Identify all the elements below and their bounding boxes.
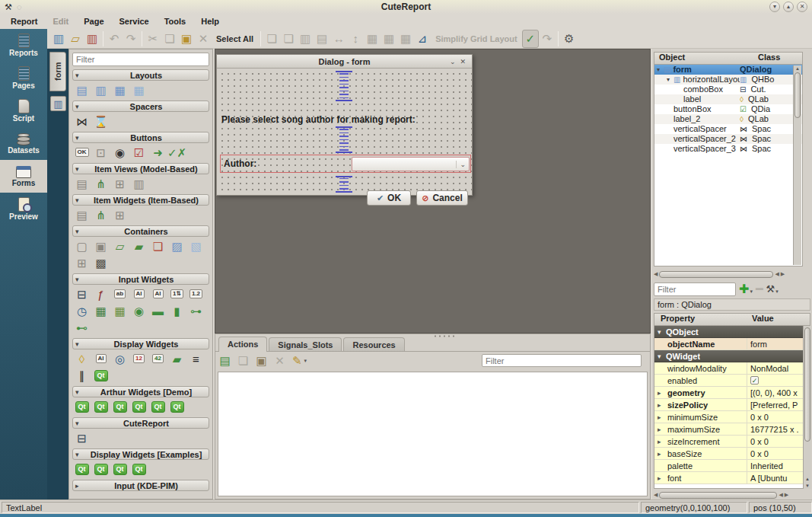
author-combobox[interactable]: ⌄ [352, 157, 470, 171]
time-edit-icon[interactable]: ◷ [72, 302, 91, 319]
button-box-icon[interactable]: ✓✗ [167, 144, 186, 161]
paste-action-button[interactable]: ▣ [254, 352, 271, 370]
vertical-scrollbar-icon[interactable]: ▮ [167, 302, 186, 319]
configure-icon[interactable]: ⚒▾ [766, 284, 779, 295]
property-row[interactable]: ▾ QWidget ✓ [654, 350, 810, 362]
section-header[interactable]: ▾ Spacers [72, 101, 209, 112]
example-widget-icon[interactable]: Qt [72, 461, 91, 477]
inspector-hscrollbar[interactable]: ◀◀▶ [654, 270, 803, 279]
tool-button-icon[interactable]: ⊡ [91, 144, 110, 161]
section-header[interactable]: ▾ Display Widgets [Examples] [72, 448, 209, 460]
undo-button[interactable]: ↶ [106, 30, 123, 48]
section-header[interactable]: ▾ Buttons [72, 132, 209, 143]
edit-signals-button[interactable]: ↷ [539, 30, 556, 48]
date-time-edit-icon[interactable]: ▦ [110, 302, 129, 319]
vertical-spacer-widget[interactable] [336, 71, 352, 101]
mdi-area-icon[interactable]: ⊞ [72, 254, 91, 271]
tree-row[interactable]: buttonBox ☑ QDia [654, 104, 802, 114]
menu-item[interactable]: Report [5, 15, 43, 27]
layout-vertical-button[interactable]: ▤ [314, 30, 330, 48]
property-hscrollbar[interactable]: ◀◀▶ [654, 490, 810, 499]
tab-actions[interactable]: Actions [218, 337, 267, 352]
property-row[interactable]: windowModality ✓ NonModal [654, 362, 810, 375]
simplify-grid-layout-button[interactable]: Simplify Grid Layout [431, 30, 522, 48]
radio-button-icon[interactable]: ◉ [110, 144, 129, 161]
property-row[interactable]: objectName ✓ form [654, 338, 810, 350]
calendar-widget-icon[interactable]: 12 [129, 350, 148, 367]
close-button[interactable]: ✕ [797, 2, 807, 12]
arthur-widget-icon[interactable]: Qt [72, 398, 91, 415]
select-all-button[interactable]: Select All [212, 30, 258, 48]
shade-icon[interactable]: ⌄ [447, 58, 458, 65]
date-edit-icon[interactable]: ▦ [91, 302, 110, 319]
property-row[interactable]: ▸ baseSize ✓ 0 x 0 [654, 448, 810, 460]
check-box-icon[interactable]: ☑ [129, 144, 148, 161]
push-button-icon[interactable]: OK [72, 144, 91, 161]
progress-bar-icon[interactable]: ▰ [167, 350, 186, 367]
plain-text-edit-icon[interactable]: AI [148, 286, 167, 302]
new-action-button[interactable]: ▤ [218, 352, 234, 370]
edit-action-button[interactable]: ✎ ▾ [291, 352, 308, 370]
property-row[interactable]: ▸ font ✓ A [Ubuntu [654, 472, 810, 484]
example-widget-icon[interactable]: Qt [91, 461, 110, 477]
combo-box-icon[interactable]: ⊟ [72, 286, 91, 302]
double-spin-box-icon[interactable]: 1.2 [186, 286, 205, 302]
cutereport-widget-icon[interactable]: ⊟ [72, 429, 91, 446]
section-header[interactable]: ▾ Arthur Widgets [Demo] [72, 386, 209, 397]
remove-property-button[interactable]: ━ [756, 284, 763, 295]
arthur-widget-icon[interactable]: Qt [167, 398, 186, 415]
layout-form-button[interactable]: ▦ [381, 30, 397, 48]
settings-button[interactable]: ⚙ [561, 30, 578, 48]
palette-filter-input[interactable] [72, 53, 209, 66]
copy-action-button[interactable]: ❏ [236, 352, 253, 370]
horizontal-line-icon[interactable]: ≡ [186, 350, 205, 367]
qt-widget-icon[interactable]: Qt [91, 367, 110, 384]
property-vscrollbar[interactable]: ▲ ▼ [803, 326, 811, 489]
section-header[interactable]: ▾ CuteReport [72, 417, 209, 429]
arthur-widget-icon[interactable]: Qt [129, 398, 148, 415]
tab-resources[interactable]: Resources [343, 337, 404, 351]
author-label[interactable]: Author: [224, 158, 256, 169]
vertical-spacer-icon[interactable]: ⌛ [91, 113, 110, 129]
cancel-button[interactable]: ⊘ Cancel [416, 190, 468, 206]
minimize-button[interactable]: ▾ [769, 2, 780, 12]
horizontal-layout-icon[interactable]: ▥ [91, 81, 110, 98]
group-box-icon[interactable]: ▢ [72, 238, 91, 254]
dialog-close-icon[interactable]: ✕ [457, 58, 468, 65]
adjust-size-button[interactable]: ⊿ [414, 30, 431, 48]
sidebar-item-reports[interactable]: Reports [0, 29, 47, 62]
vertical-spacer-widget-3[interactable] [336, 176, 352, 193]
copy-button[interactable]: ❏ [161, 30, 178, 48]
section-header[interactable]: ▾ Layouts [72, 69, 209, 81]
stacked-widget-icon[interactable]: ❏ [148, 238, 167, 254]
list-widget-icon[interactable]: ▤ [72, 206, 91, 223]
splitter-handle[interactable] [433, 335, 456, 337]
delete-form-button[interactable]: ▥ [84, 30, 100, 48]
section-header[interactable]: ▸ Input (KDE-PIM) [72, 480, 209, 491]
tree-row[interactable]: ▾ ▤ form QDialog [654, 65, 802, 75]
section-header[interactable]: ▾ Containers [72, 225, 209, 237]
cut-button[interactable]: ✂ [145, 30, 161, 48]
grid-layout-icon[interactable]: ▦ [110, 81, 129, 98]
arthur-widget-icon[interactable]: Qt [110, 398, 129, 415]
scroll-area-icon[interactable]: ▣ [91, 238, 110, 254]
delete-action-button[interactable]: ✕ [272, 352, 289, 370]
label-icon[interactable]: ◊ [72, 350, 91, 367]
paste-button[interactable]: ▣ [178, 30, 195, 48]
font-combo-box-icon[interactable]: ƒ [91, 286, 110, 302]
vertical-layout-icon[interactable]: ▤ [72, 81, 91, 98]
inspector-vscrollbar[interactable]: ▲ [793, 65, 801, 265]
tree-row[interactable]: verticalSpacer_3 ⋈ Spac [654, 144, 802, 154]
horizontal-spacer-icon[interactable]: ⋈ [72, 113, 91, 129]
property-row[interactable]: enabled ✓ [654, 375, 810, 387]
splitter-horizontal-button[interactable]: ↔ [330, 30, 347, 48]
add-property-button[interactable]: ✚▾ [739, 284, 753, 295]
dock-widget-icon[interactable]: ▩ [91, 254, 110, 271]
designed-dialog[interactable]: ✕✕ Dialog - form ⌄ ✕ Please select song … [216, 54, 473, 196]
arthur-widget-icon[interactable]: Qt [148, 398, 167, 415]
tree-row[interactable]: ▾ ▥ horizontalLayout ▥ QHBo [654, 75, 802, 85]
property-row[interactable]: ▾ QObject ✓ [654, 326, 810, 338]
menu-item[interactable]: Help [195, 15, 225, 27]
duplicate-button[interactable]: ❏ [263, 30, 280, 48]
layout-horizontal-button[interactable]: ▥ [297, 30, 314, 48]
